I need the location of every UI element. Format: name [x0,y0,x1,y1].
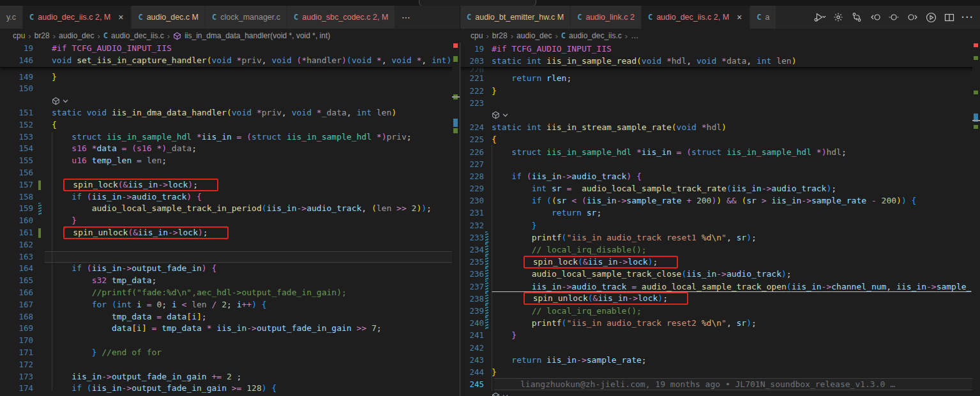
code-line[interactable]: 230 if ((sr < (iis_in->sample_rate + 200… [460,194,980,207]
run-or-debug-icon[interactable] [813,10,827,24]
tab-overflow-icon[interactable]: ⋯ [396,6,416,29]
line-number[interactable]: 149 [0,71,33,84]
code-line[interactable]: 226 struct iis_in_sample_hdl *iis_in = (… [460,146,980,158]
line-number[interactable]: 238 [460,293,484,305]
code-line[interactable]: 151static void iis_in_dma_data_handler(v… [0,107,460,119]
line-number[interactable]: 152 [0,119,33,131]
breadcrumb-folder[interactable]: br28 [34,31,50,40]
line-number[interactable]: 163 [0,251,33,263]
breadcrumb-folder[interactable]: audio_dec [516,31,552,40]
code-line[interactable]: 243 return iis_in->sample_rate; [460,354,980,366]
line-number[interactable]: 168 [0,311,33,323]
close-icon[interactable]: × [117,12,124,22]
code-line[interactable]: 160 } [0,215,460,227]
line-number[interactable]: 232 [460,219,484,231]
code-line[interactable]: 152{ [0,119,460,131]
code-line[interactable]: 156 [0,167,460,179]
code-line[interactable]: 174 if (iis_in->output_fade_in_gain >= 1… [0,383,460,395]
code-line[interactable]: 227 [460,158,980,170]
line-number[interactable]: 150 [0,83,33,95]
line-number[interactable]: 235 [460,256,484,268]
tab-audio-dec-iis-c-2-m[interactable]: Caudio_dec_iis.c 2, M× [23,6,132,29]
code-line[interactable]: 173 iis_in->output_fade_in_gain += 2 ; [0,371,460,383]
line-number[interactable]: 224 [460,121,484,133]
line-number[interactable]: 161 [0,227,33,239]
line-number[interactable]: 243 [460,354,484,366]
code-line[interactable]: 158 if (iis_in->audio_track) { [0,191,460,203]
tab-y-c[interactable]: y.c [0,6,23,29]
previous-change-icon[interactable] [868,10,882,24]
code-line[interactable]: 150 [0,83,460,95]
line-number[interactable]: 230 [460,194,484,207]
line-number[interactable]: 231 [460,207,484,219]
tab-audio-bt-emitter-hw-c-m[interactable]: Caudio_bt_emitter_hw.c M [460,6,571,29]
code-line[interactable]: 245liangzhuokun@zh-jieli.com, 19 months … [460,378,980,390]
line-number[interactable]: 151 [0,107,33,119]
code-line[interactable]: 228 if (iis_in->audio_track) { [460,170,980,182]
next-change-icon[interactable] [905,10,919,24]
code-line[interactable]: 168 tmp_data = data[i]; [0,311,460,323]
line-number[interactable]: 223 [460,97,484,109]
open-changes-icon[interactable] [850,10,864,24]
line-number[interactable]: 203 [460,55,484,67]
code-line[interactable]: 172 [0,359,460,371]
line-number[interactable]: 241 [460,329,484,341]
code-line[interactable]: 240 printf("iis_in audio_track reset2 %d… [460,317,980,329]
inline-symbol-marker-row[interactable] [0,95,460,107]
line-number[interactable]: 174 [0,383,33,395]
breadcrumb-file[interactable]: audio_dec_iis.c [111,31,164,40]
line-number[interactable]: 170 [0,335,33,347]
inline-symbol-marker-row[interactable] [460,109,980,121]
line-number[interactable]: 240 [460,317,484,329]
code-line[interactable]: 203static int iis_in_sample_read(void *h… [460,55,980,67]
line-number[interactable]: 242 [460,342,484,354]
code-line[interactable]: 237 iis_in->audio_track = audio_local_sa… [460,281,980,293]
sticky-scroll[interactable]: 19#if TCFG_AUDIO_INPUT_IIS146void set_ii… [0,43,460,68]
code-line[interactable]: 225{ [460,133,980,145]
line-number[interactable]: 245 [460,378,484,390]
breadcrumb-ellipsis[interactable]: … [631,31,638,40]
line-number[interactable]: 146 [0,55,33,67]
line-number[interactable]: 228 [460,170,484,182]
tab-audio-link-c-2[interactable]: Caudio_link.c 2 [571,6,642,29]
line-number[interactable]: 158 [0,191,33,203]
code-line[interactable]: 167 for (int i = 0; i < len / 2; i++) { [0,299,460,311]
line-number[interactable]: 239 [460,305,484,317]
breadcrumb-folder[interactable]: br28 [492,31,508,40]
tab-audio-dec-c-m[interactable]: Caudio_dec.c M [132,6,206,29]
line-number[interactable]: 225 [460,133,484,145]
run-circle-icon[interactable] [924,10,938,24]
code-line[interactable]: 149} [0,71,460,84]
code-line[interactable]: 241 } [460,329,980,341]
code-line[interactable]: 231 return sr; [460,207,980,219]
code-line[interactable]: 221 return rlen; [460,72,980,84]
editor-pane-left[interactable]: 19#if TCFG_AUDIO_INPUT_IIS146void set_ii… [0,43,460,396]
code-line[interactable]: 236 audio_local_sample_track_close(iis_i… [460,268,980,280]
line-number[interactable]: 226 [460,146,484,158]
breadcrumb-file[interactable]: audio_dec_iis.c [569,31,622,40]
line-number[interactable]: 244 [460,366,484,378]
code-line[interactable]: 229 int sr = audio_local_sample_track_ra… [460,182,980,194]
breadcrumb-folder[interactable]: cpu [471,31,483,40]
line-number[interactable]: 172 [0,359,33,371]
code-line[interactable]: 164 if (iis_in->output_fade_in) { [0,263,460,275]
breadcrumb-folder[interactable]: audio_dec [59,31,94,40]
code-line[interactable]: 146void set_iis_in_capture_handler(void … [0,55,460,67]
code-line[interactable]: 166 //printf("fade:%d\n",aec_hdl->output… [0,287,460,299]
code-line[interactable]: 238 spin_unlock(&iis_in->lock); [460,293,980,305]
more-actions-icon[interactable]: ··· [961,10,975,24]
line-number[interactable]: 166 [0,287,33,299]
code-line[interactable]: 232 } [460,219,980,231]
code-line[interactable]: 235 spin_lock(&iis_in->lock); [460,256,980,268]
code-line[interactable]: 224static int iis_in_stream_sample_rate(… [460,121,980,133]
code-line[interactable]: 155 u16 temp_len = len; [0,155,460,167]
inline-symbol-marker-row[interactable] [460,390,980,396]
line-number[interactable]: 173 [0,371,33,383]
line-number[interactable]: 19 [0,43,33,55]
breadcrumb-symbol[interactable]: iis_in_dma_data_handler(void *, void *, … [185,31,330,40]
code-line[interactable]: 165 s32 tmp_data; [0,275,460,287]
code-line[interactable]: 239 // local_irq_enable(); [460,305,980,317]
tab-audio-dec-iis-c-2-m[interactable]: Caudio_dec_iis.c 2, M× [642,6,750,29]
settings-gear-icon[interactable] [831,10,845,24]
code-line[interactable]: 154 s16 *data = (s16 *)_data; [0,143,460,155]
